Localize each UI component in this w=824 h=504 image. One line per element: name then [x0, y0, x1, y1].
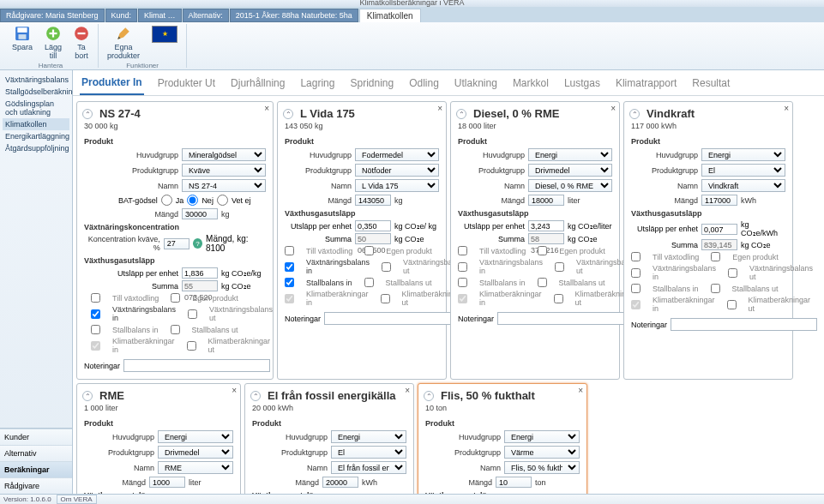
- tab-utlakning[interactable]: Utlakning: [453, 72, 499, 94]
- collapse-icon[interactable]: ⌃: [424, 391, 434, 401]
- ribbon-tab-klimatkollen[interactable]: Klimatkollen: [359, 9, 421, 22]
- chk-vn-ut[interactable]: [728, 268, 737, 278]
- huvudgrupp-select[interactable]: Fodermedel: [355, 148, 439, 161]
- chk-stall-in[interactable]: [91, 325, 100, 334]
- notes-input[interactable]: [671, 318, 817, 331]
- own-products-button[interactable]: Egna produkter: [104, 24, 143, 62]
- chk-klimat-ut[interactable]: [554, 294, 563, 303]
- nav-godslingsplan[interactable]: Gödslingsplan och utlakning: [3, 98, 69, 118]
- tab-klimatrapport[interactable]: Klimatrapport: [614, 72, 678, 94]
- mangd-input[interactable]: [322, 477, 358, 488]
- bat-nej[interactable]: [187, 195, 198, 206]
- context-tab[interactable]: 2015-1 Åker: 88ha Naturbete: 5ha: [230, 9, 358, 22]
- produktgrupp-select[interactable]: Drivmedel: [528, 164, 612, 177]
- chk-vn-in[interactable]: [91, 309, 100, 319]
- mangd-input[interactable]: [355, 195, 391, 206]
- namn-select[interactable]: Flis, 50 % fukthalt: [504, 461, 580, 474]
- tab-odling[interactable]: Odling: [407, 72, 441, 94]
- tab-djurhallning[interactable]: Djurhållning: [229, 72, 286, 94]
- bat-ja[interactable]: [161, 195, 172, 206]
- nav-section-alternativ[interactable]: Alternativ: [0, 445, 72, 461]
- chk-vn-in[interactable]: [631, 268, 641, 278]
- collapse-icon[interactable]: ⌃: [456, 109, 466, 119]
- chk-klimat-ut[interactable]: [727, 300, 737, 309]
- chk-stall-ut[interactable]: [538, 278, 547, 287]
- chk-vn-ut[interactable]: [188, 309, 197, 319]
- chk-tillvaxt[interactable]: [91, 293, 100, 303]
- mangd-input[interactable]: [149, 477, 185, 488]
- save-button[interactable]: Spara: [9, 24, 36, 62]
- tab-lustgas[interactable]: Lustgas: [562, 72, 602, 94]
- emission-value[interactable]: 1,836: [182, 267, 218, 279]
- tab-produkter-in[interactable]: Produkter In: [80, 71, 144, 95]
- konc-input[interactable]: [164, 238, 189, 249]
- namn-select[interactable]: L Vida 175: [355, 179, 439, 192]
- namn-select[interactable]: Diesel, 0 % RME: [528, 179, 612, 192]
- collapse-icon[interactable]: ⌃: [629, 109, 640, 119]
- context-tab[interactable]: Rådgivare: Maria Stenberg: [0, 9, 105, 22]
- add-button[interactable]: Lägg till: [41, 24, 65, 62]
- close-icon[interactable]: ×: [437, 104, 442, 113]
- chk-stall-ut[interactable]: [171, 325, 180, 334]
- chk-klimat-ut[interactable]: [187, 341, 196, 351]
- close-icon[interactable]: ×: [578, 386, 583, 395]
- huvudgrupp-select[interactable]: Energi: [331, 430, 406, 443]
- nav-section-radgivare[interactable]: Rådgivare: [0, 477, 72, 494]
- close-icon[interactable]: ×: [264, 104, 269, 113]
- produktgrupp-select[interactable]: Drivmedel: [158, 446, 233, 459]
- produktgrupp-select[interactable]: Nötfoder: [355, 164, 439, 177]
- collapse-icon[interactable]: ⌃: [250, 391, 261, 401]
- chk-klimat-ut[interactable]: [381, 294, 390, 303]
- help-icon[interactable]: ?: [193, 238, 202, 249]
- context-tab[interactable]: Klimat …: [138, 9, 182, 22]
- nav-energi[interactable]: Energikartläggning: [3, 130, 69, 142]
- notes-input[interactable]: [123, 359, 270, 372]
- chk-stall-in[interactable]: [285, 278, 294, 287]
- namn-select[interactable]: El från fossil energikälla: [331, 461, 406, 474]
- produktgrupp-select[interactable]: El: [701, 164, 785, 177]
- nav-section-kunder[interactable]: Kunder: [0, 429, 72, 445]
- chk-vn-in[interactable]: [458, 262, 467, 272]
- tab-produkter-ut[interactable]: Produkter Ut: [156, 72, 217, 94]
- namn-select[interactable]: RME: [158, 461, 233, 474]
- chk-stall-ut[interactable]: [364, 278, 374, 287]
- nav-section-berakningar[interactable]: Beräkningar: [0, 461, 72, 477]
- chk-tillvaxt[interactable]: [458, 246, 467, 255]
- chk-egen[interactable]: [538, 246, 547, 255]
- chk-egen[interactable]: [364, 246, 374, 255]
- mangd-input[interactable]: [701, 195, 737, 206]
- produktgrupp-select[interactable]: Värme: [504, 446, 580, 459]
- collapse-icon[interactable]: ⌃: [82, 109, 93, 119]
- context-tab[interactable]: Alternativ:: [183, 9, 229, 22]
- emission-value[interactable]: 0,350: [355, 220, 391, 231]
- huvudgrupp-select[interactable]: Mineralgödsel: [182, 148, 266, 161]
- collapse-icon[interactable]: ⌃: [82, 391, 93, 401]
- huvudgrupp-select[interactable]: Energi: [158, 430, 233, 443]
- namn-select[interactable]: NS 27-4: [182, 179, 266, 192]
- emission-value[interactable]: 3,243: [528, 220, 564, 231]
- mangd-input[interactable]: [182, 208, 218, 219]
- chk-stall-ut[interactable]: [711, 284, 720, 293]
- mangd-input[interactable]: [496, 477, 532, 488]
- chk-tillvaxt[interactable]: [285, 246, 294, 255]
- nav-atgard[interactable]: Åtgärdsuppföljning: [3, 142, 69, 154]
- bat-vetej[interactable]: [217, 195, 228, 206]
- namn-select[interactable]: Vindkraft: [701, 179, 785, 192]
- close-icon[interactable]: ×: [232, 386, 237, 395]
- produktgrupp-select[interactable]: Kväve: [182, 164, 266, 177]
- chk-stall-in[interactable]: [631, 284, 641, 293]
- nav-stallgodsel[interactable]: Stallgödselberäkning: [3, 86, 69, 98]
- chk-egen[interactable]: [711, 252, 720, 261]
- chk-stall-in[interactable]: [458, 278, 467, 287]
- remove-button[interactable]: Ta bort: [70, 24, 93, 62]
- notes-input[interactable]: [497, 312, 644, 325]
- huvudgrupp-select[interactable]: Energi: [528, 148, 612, 161]
- produktgrupp-select[interactable]: El: [331, 446, 406, 459]
- huvudgrupp-select[interactable]: Energi: [504, 430, 580, 443]
- close-icon[interactable]: ×: [784, 104, 789, 113]
- tab-markkol[interactable]: Markkol: [511, 72, 550, 94]
- about-button[interactable]: Om VERA: [57, 495, 97, 504]
- close-icon[interactable]: ×: [610, 104, 616, 113]
- chk-vn-ut[interactable]: [382, 262, 391, 272]
- chk-tillvaxt[interactable]: [631, 252, 641, 261]
